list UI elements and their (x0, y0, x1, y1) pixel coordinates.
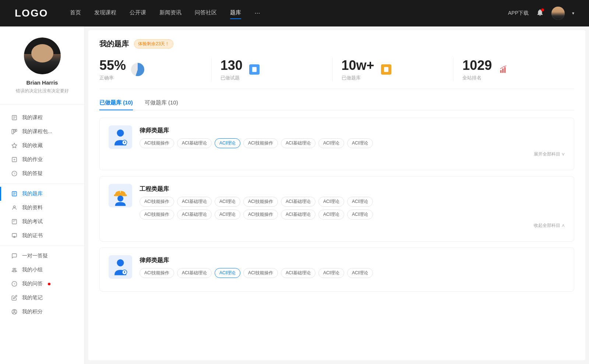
stat-done-questions: 130 已做试题 (212, 58, 333, 81)
tag-2-13[interactable]: ACI理论 (318, 210, 344, 220)
lawyer-icon-1 (109, 125, 132, 149)
pie-chart (131, 63, 144, 76)
sidebar-label-collection: 我的收藏 (22, 142, 43, 149)
tag-1-4[interactable]: ACI技能操作 (243, 138, 278, 148)
svg-marker-7 (12, 143, 17, 148)
qbank-tags-1: ACI技能操作 ACI基础理论 ACI理论 ACI技能操作 ACI基础理论 AC… (140, 138, 565, 148)
tag-2-1[interactable]: ACI技能操作 (140, 197, 174, 207)
avatar[interactable] (551, 7, 565, 20)
sidebar-item-my-courses[interactable]: 我的课程 (0, 111, 84, 125)
sidebar-item-course-pkg[interactable]: 我的课程包... (0, 125, 84, 139)
nav-news[interactable]: 新闻资讯 (159, 9, 181, 18)
blue-doc-icon (249, 64, 260, 75)
sidebar-item-collection[interactable]: 我的收藏 (0, 139, 84, 153)
tag-2-12[interactable]: ACI基础理论 (281, 210, 315, 220)
svg-rect-6 (15, 129, 17, 131)
sidebar-item-profile[interactable]: 我的资料 (0, 201, 84, 215)
tag-3-4[interactable]: ACI技能操作 (243, 268, 278, 278)
tabs-row: 已做题库 (10) 可做题库 (10) (99, 99, 574, 110)
tag-1-2[interactable]: ACI基础理论 (177, 138, 212, 148)
app-download-link[interactable]: APP下载 (508, 10, 529, 17)
nav-qbank[interactable]: 题库 (230, 9, 241, 18)
sidebar-label-qbank: 我的题库 (22, 190, 43, 197)
svg-point-47 (117, 196, 123, 201)
tag-2-5[interactable]: ACI基础理论 (281, 197, 315, 207)
sidebar-item-cert[interactable]: 我的证书 (0, 229, 84, 243)
homework-icon (11, 156, 18, 163)
profile-motto: 错误的决定比没有决定要好 (16, 88, 69, 94)
nav-home[interactable]: 首页 (70, 9, 81, 18)
tab-available-banks[interactable]: 可做题库 (10) (145, 99, 178, 110)
qbank-card-engineer: 工程类题库 ACI技能操作 ACI基础理论 ACI理论 ACI技能操作 ACI基… (99, 176, 574, 242)
profile-name: Brian Harris (27, 79, 58, 86)
tag-3-6[interactable]: ACI理论 (318, 268, 344, 278)
svg-point-49 (117, 259, 124, 266)
nav-discover[interactable]: 发现课程 (94, 9, 116, 18)
done-questions-icon (248, 63, 261, 76)
tag-2-11[interactable]: ACI技能操作 (243, 210, 278, 220)
trial-badge: 体验剩余23天！ (134, 39, 173, 49)
sidebar-item-qa[interactable]: ? 我的答疑 (0, 167, 84, 181)
tag-1-5[interactable]: ACI基础理论 (281, 138, 315, 148)
sidebar-item-notes[interactable]: 我的笔记 (0, 291, 84, 305)
collapse-btn-2[interactable]: 收起全部科目 ∧ (140, 222, 565, 229)
sidebar-item-my-qa[interactable]: ? 我的问答 (0, 277, 84, 291)
notification-dot (541, 8, 544, 11)
tag-1-6[interactable]: ACI理论 (318, 138, 344, 148)
stat-site-rank-group: 1029 全站排名 (462, 58, 492, 81)
expand-btn-1[interactable]: 展开全部科目 ∨ (140, 151, 565, 157)
tag-2-3[interactable]: ACI理论 (215, 197, 240, 207)
nav-open-course[interactable]: 公开课 (130, 9, 146, 18)
sidebar-label-cert: 我的证书 (22, 232, 43, 239)
sidebar-item-group[interactable]: 我的小组 (0, 263, 84, 277)
sidebar-label-notes: 我的笔记 (22, 295, 43, 301)
tag-2-7[interactable]: ACI理论 (347, 197, 373, 207)
exam-icon (11, 218, 18, 225)
tag-2-10[interactable]: ACI理论 (215, 210, 240, 220)
tag-3-2[interactable]: ACI基础理论 (177, 268, 212, 278)
sidebar-item-exam[interactable]: 我的考试 (0, 215, 84, 229)
qbank-card-lawyer-1: 律师类题库 ACI技能操作 ACI基础理论 ACI理论 ACI技能操作 ACI基… (99, 118, 574, 170)
notification-bell[interactable] (536, 8, 544, 18)
sidebar-item-homework[interactable]: 我的作业 (0, 153, 84, 167)
qbank-card-lawyer-2: 律师类题库 ACI技能操作 ACI基础理论 ACI理论 ACI技能操作 ACI基… (99, 247, 574, 292)
nav-qa[interactable]: 问答社区 (195, 9, 217, 18)
sidebar-item-1on1[interactable]: 一对一答疑 (0, 249, 84, 263)
main-content: 我的题库 体验剩余23天！ 55% 正确率 130 已做试题 (88, 30, 585, 360)
sidebar-divider-2 (0, 183, 84, 184)
tag-1-3[interactable]: ACI理论 (215, 138, 240, 148)
tab-done-banks[interactable]: 已做题库 (10) (99, 99, 133, 110)
tag-2-8[interactable]: ACI技能操作 (140, 210, 174, 220)
navbar-right: APP下载 ▾ (508, 7, 574, 20)
layout: Brian Harris 错误的决定比没有决定要好 我的课程 我的课程包... (0, 26, 589, 364)
page-title: 我的题库 (99, 39, 129, 49)
tag-2-6[interactable]: ACI理论 (318, 197, 344, 207)
tag-2-9[interactable]: ACI基础理论 (177, 210, 212, 220)
nav-more[interactable]: ··· (254, 9, 260, 18)
tag-2-4[interactable]: ACI技能操作 (243, 197, 278, 207)
tag-3-5[interactable]: ACI基础理论 (281, 268, 315, 278)
sidebar-label-course-pkg: 我的课程包... (22, 128, 52, 135)
accuracy-value: 55% (99, 58, 126, 73)
svg-text:?: ? (14, 282, 15, 286)
stat-done-banks-group: 10w+ 已做题库 (342, 58, 374, 81)
tag-1-7[interactable]: ACI理论 (347, 138, 373, 148)
points-icon (11, 308, 18, 315)
qbank-card-header-1: 律师类题库 ACI技能操作 ACI基础理论 ACI理论 ACI技能操作 ACI基… (109, 125, 565, 157)
avatar-chevron[interactable]: ▾ (572, 11, 574, 16)
tag-3-1[interactable]: ACI技能操作 (140, 268, 174, 278)
qbank-title-1: 律师类题库 (140, 125, 565, 135)
logo[interactable]: LOGO (15, 7, 48, 19)
sidebar-divider-1 (0, 104, 84, 105)
tag-2-14[interactable]: ACI理论 (347, 210, 373, 220)
tag-3-7[interactable]: ACI理论 (347, 268, 373, 278)
sidebar-item-qbank[interactable]: 我的题库 (0, 187, 84, 201)
group-icon (11, 267, 18, 273)
svg-point-28 (14, 310, 15, 311)
done-questions-label: 已做试题 (221, 75, 243, 81)
done-banks-label: 已做题库 (342, 75, 374, 81)
tag-3-3[interactable]: ACI理论 (215, 268, 240, 278)
tag-1-1[interactable]: ACI技能操作 (140, 138, 174, 148)
tag-2-2[interactable]: ACI基础理论 (177, 197, 212, 207)
sidebar-item-points[interactable]: 我的积分 (0, 305, 84, 319)
